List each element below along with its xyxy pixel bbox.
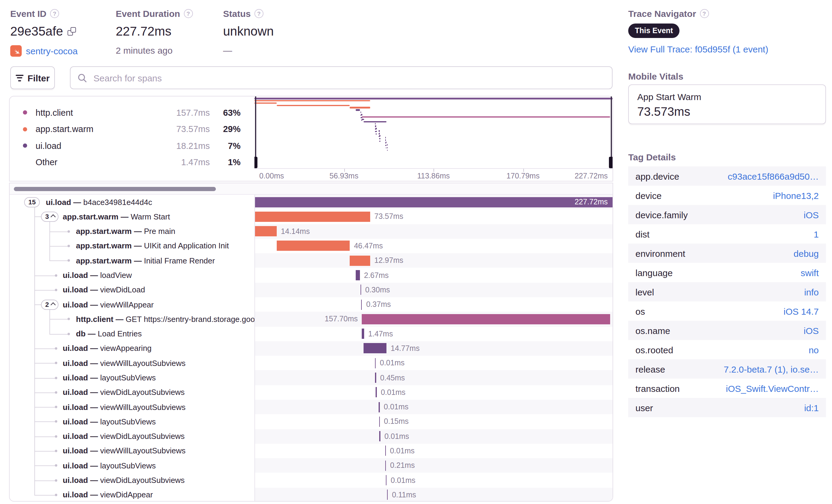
tag-value-link[interactable]: no	[809, 345, 819, 355]
span-bar[interactable]	[379, 417, 380, 427]
row-stripe	[254, 341, 613, 356]
tag-value-link[interactable]: iOS_Swift.ViewContr…	[726, 383, 819, 393]
span-bar[interactable]	[361, 299, 362, 310]
tree-scrollbar[interactable]	[14, 187, 216, 191]
span-row-app-start-warm-3[interactable]: app.start.warm — UIKit and Application I…	[10, 239, 613, 254]
project-link[interactable]: sentry-cocoa	[26, 46, 78, 56]
span-minimap[interactable]	[254, 97, 613, 168]
span-bar[interactable]	[376, 387, 376, 398]
trace-navigator-label: Trace Navigator	[628, 8, 696, 19]
span-bar[interactable]	[362, 314, 610, 324]
tree-connector	[34, 393, 55, 393]
tag-value-link[interactable]: 1	[814, 229, 819, 239]
span-bar[interactable]	[385, 446, 386, 456]
span-label: ui.load — layoutSubViews	[63, 417, 254, 426]
tree-scrollbar-track	[10, 183, 613, 195]
span-bar[interactable]	[375, 358, 375, 368]
search-input[interactable]	[92, 72, 605, 83]
legend-item-ui-load[interactable]: ui.load18.21ms7%	[10, 137, 251, 154]
span-row-ui-load-17[interactable]: ui.load — viewWillLayoutSubviews0.01ms	[10, 444, 613, 458]
event-duration-label: Event Duration	[116, 8, 180, 19]
span-row-ui-load-19[interactable]: ui.load — viewDidLayoutSubviews0.01ms	[10, 473, 613, 488]
span-bar[interactable]	[254, 226, 277, 236]
status-label: Status	[223, 8, 251, 19]
span-row-ui-load-0[interactable]: 15ui.load — b4ace34981e44d4c227.72ms	[10, 195, 613, 210]
tag-value-link[interactable]: iPhone13,2	[773, 190, 819, 201]
copy-icon[interactable]	[67, 27, 76, 35]
span-row-app-start-warm-4[interactable]: app.start.warm — Initial Frame Render12.…	[10, 253, 613, 268]
tag-key: dist	[635, 229, 650, 239]
span-bar[interactable]	[360, 285, 361, 295]
minimap-span	[387, 144, 388, 151]
span-bar[interactable]	[350, 256, 370, 266]
span-row-db-9[interactable]: db — Load Entries1.47ms	[10, 326, 613, 341]
filter-button[interactable]: Filter	[10, 66, 55, 89]
view-full-trace-link[interactable]: View Full Trace: f05d955f (1 event)	[628, 44, 769, 54]
span-row-ui-load-16[interactable]: ui.load — viewDidLayoutSubviews0.01ms	[10, 429, 613, 444]
span-bar[interactable]	[254, 212, 370, 222]
span-row-ui-load-7[interactable]: 2ui.load — viewWillAppear0.37ms	[10, 297, 613, 312]
children-toggle-pill[interactable]: 3	[41, 212, 58, 222]
minimap-span	[254, 98, 613, 100]
event-duration-section: Event Duration ? 227.72ms 2 minutes ago	[116, 8, 192, 55]
tag-value-link[interactable]: info	[804, 287, 819, 297]
tree-connector-dot	[68, 245, 70, 247]
span-bar[interactable]	[379, 402, 380, 412]
children-toggle-pill[interactable]: 15	[24, 197, 40, 207]
tag-value-link[interactable]: swift	[801, 267, 819, 277]
span-row-ui-load-18[interactable]: ui.load — layoutSubViews0.21ms	[10, 458, 613, 473]
span-duration-label: 0.01ms	[381, 388, 406, 397]
tree-connector-dot	[55, 465, 57, 467]
span-duration-label: 227.72ms	[254, 198, 608, 206]
help-icon[interactable]: ?	[50, 9, 59, 18]
tag-value-link[interactable]: iOS	[804, 325, 819, 336]
span-row-ui-load-11[interactable]: ui.load — viewWillLayoutSubviews0.01ms	[10, 356, 613, 370]
minimap-handle-grip[interactable]	[254, 157, 257, 168]
span-duration-label: 0.45ms	[380, 373, 405, 382]
span-bar[interactable]	[385, 460, 386, 471]
tree-connector-dot	[55, 494, 57, 496]
help-icon[interactable]: ?	[700, 9, 709, 18]
span-search	[70, 66, 613, 89]
tree-guide-line	[34, 207, 35, 495]
span-bar[interactable]	[362, 328, 364, 339]
span-row-ui-load-15[interactable]: ui.load — layoutSubViews0.15ms	[10, 415, 613, 429]
tag-value-link[interactable]: 7.2.0-beta.7 (1), io.se…	[724, 364, 819, 374]
help-icon[interactable]: ?	[184, 9, 192, 18]
tag-value-link[interactable]: id:1	[804, 402, 819, 413]
span-row-app-start-warm-2[interactable]: app.start.warm — Pre main14.14ms	[10, 224, 613, 239]
minimap-handle-grip[interactable]	[609, 157, 613, 168]
app-start-warm-card[interactable]: App Start Warm 73.573ms	[628, 84, 826, 124]
span-bar[interactable]	[386, 475, 387, 485]
tree-connector	[34, 217, 41, 217]
span-row-ui-load-5[interactable]: ui.load — loadView2.67ms	[10, 268, 613, 283]
tag-value-link[interactable]: iOS	[804, 210, 819, 220]
tree-connector	[34, 466, 55, 466]
span-bar[interactable]	[277, 241, 350, 251]
span-bar[interactable]	[387, 490, 388, 500]
span-bar[interactable]	[380, 431, 380, 441]
tag-value-link[interactable]: debug	[794, 248, 819, 258]
span-bar[interactable]	[375, 373, 376, 383]
span-row-ui-load-13[interactable]: ui.load — viewDidLayoutSubviews0.01ms	[10, 385, 613, 400]
tag-row-app-device: app.devicec93ace15f866a9d50…	[628, 166, 826, 186]
span-row-ui-load-6[interactable]: ui.load — viewDidLoad0.30ms	[10, 283, 613, 297]
span-row-ui-load-12[interactable]: ui.load — layoutSubViews0.45ms	[10, 370, 613, 385]
span-row-ui-load-14[interactable]: ui.load — viewWillLayoutSubviews0.01ms	[10, 400, 613, 415]
tag-value-link[interactable]: iOS 14.7	[783, 306, 819, 316]
tree-connector-dot	[55, 435, 57, 437]
this-event-badge[interactable]: This Event	[628, 24, 679, 38]
span-bar[interactable]	[356, 270, 360, 280]
legend-item-http-client[interactable]: http.client157.7ms63%	[10, 104, 251, 121]
help-icon[interactable]: ?	[254, 9, 263, 18]
tag-value-link[interactable]: c93ace15f866a9d50…	[728, 171, 819, 181]
span-row-ui-load-10[interactable]: ui.load — viewAppearing14.77ms	[10, 341, 613, 356]
span-bar[interactable]	[363, 343, 387, 353]
span-row-ui-load-20[interactable]: ui.load — viewDidAppear0.11ms	[10, 487, 613, 502]
span-row-http-client-8[interactable]: http.client — GET https://sentry-brand.s…	[10, 312, 613, 327]
tree-guide-line	[49, 221, 50, 261]
span-row-app-start-warm-1[interactable]: 3app.start.warm — Warm Start73.57ms	[10, 210, 613, 224]
children-toggle-pill[interactable]: 2	[41, 299, 58, 310]
legend-item-Other[interactable]: Other1.47ms1%	[10, 154, 251, 170]
legend-item-app-start-warm[interactable]: app.start.warm73.57ms29%	[10, 121, 251, 137]
